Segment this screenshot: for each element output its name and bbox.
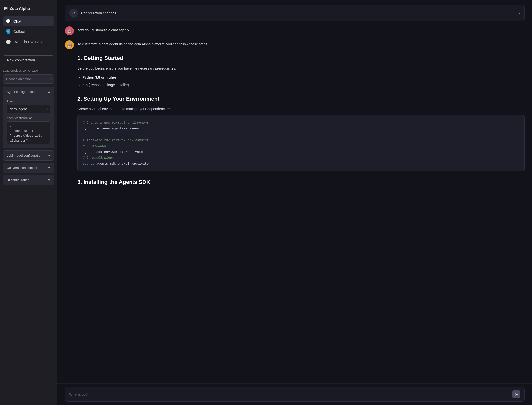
llm-config-accordion: LLM model configuration (3, 150, 54, 161)
bot-message: 🤖 To customize a chat agent using the Ze… (65, 40, 525, 190)
collect-icon: 🪣 (6, 29, 11, 34)
agent-config-title: Agent configuration (7, 90, 35, 94)
chat-input[interactable] (69, 392, 512, 396)
code-line-6: # On macOS/Linux (83, 156, 114, 160)
sidebar-item-chat-label: Chat (13, 19, 21, 23)
code-line-4: # On Windows (83, 144, 106, 148)
agent-config-chevron-icon (48, 90, 50, 94)
chat-icon: 💬 (6, 19, 11, 24)
conversation-chevron-icon: ▾ (519, 11, 520, 15)
agent-select-wrapper: docs_agent ▾ (7, 105, 50, 113)
code-block: # Create a new virtual environment pytho… (77, 115, 525, 171)
code-line-1: # Create a new virtual environment (83, 121, 149, 125)
ragelo-icon: ⚪ (6, 39, 11, 44)
section-heading-2: 2. Setting Up Your Environment (77, 94, 525, 103)
conversation-context-accordion-header[interactable]: Conversation context (3, 163, 54, 173)
sidebar-item-ragelo[interactable]: ⚪ RAGElo Evaluation (3, 37, 54, 47)
conversation-context-chevron-icon (48, 166, 50, 170)
load-previous-select[interactable]: Choose an option (3, 74, 54, 84)
sidebar: ⊞ Zeta Alpha 💬 Chat 🪣 Collect ⚪ RAGElo E… (0, 0, 57, 405)
chat-area: C Configuration changes ▾ 🤖 how do I cus… (57, 0, 532, 383)
section-1-bullets: Python 3.8 or higher pip (Python package… (82, 75, 525, 88)
conversation-avatar: C (69, 9, 78, 18)
section-2-body: Create a virtual environment to manage y… (77, 106, 525, 112)
user-message-content: how do I customize a chat agent? (77, 26, 525, 35)
ui-config-title: UI configuration (7, 178, 29, 182)
agent-config-textarea[interactable]: { "base_url": "https://docs.zeta-alpha.c… (7, 121, 50, 144)
code-line-7: source (83, 162, 94, 166)
send-button[interactable]: ➤ (512, 390, 520, 398)
logo-area: ⊞ Zeta Alpha (3, 4, 54, 16)
chat-input-wrapper: ➤ (65, 387, 525, 402)
code-line-3: # Activate the virtual environment (83, 138, 149, 142)
bot-intro: To customize a chat agent using the Zeta… (77, 41, 525, 47)
section-heading-1: 1. Getting Started (77, 53, 525, 63)
ui-config-accordion-header[interactable]: UI configuration (3, 175, 54, 185)
agent-config-accordion-header[interactable]: Agent configuration (3, 87, 54, 97)
app-title: Zeta Alpha (10, 6, 30, 11)
ui-config-accordion: UI configuration (3, 175, 54, 185)
agent-label: Agent (7, 100, 50, 103)
sidebar-item-ragelo-label: RAGElo Evaluation (13, 40, 45, 44)
new-conversation-button[interactable]: New conversation (3, 55, 54, 65)
sidebar-divider (3, 51, 54, 51)
agent-config-content: Agent docs_agent ▾ Agent configuration {… (3, 97, 54, 148)
section-1-body: Before you begin, ensure you have the ne… (77, 66, 525, 72)
logo-icon: ⊞ (4, 6, 8, 11)
load-previous-wrapper: Choose an option ▾ (3, 74, 54, 84)
user-message: 🤖 how do I customize a chat agent? (65, 26, 525, 35)
llm-config-accordion-header[interactable]: LLM model configuration (3, 151, 54, 160)
agent-config-accordion: Agent configuration Agent docs_agent ▾ A… (3, 87, 54, 148)
bullet-1: Python 3.8 or higher (82, 75, 525, 81)
bot-response: To customize a chat agent using the Zeta… (77, 41, 525, 187)
sidebar-item-chat[interactable]: 💬 Chat (3, 16, 54, 26)
llm-config-title: LLM model configuration (7, 154, 42, 157)
load-previous-label: Load previous conversation (3, 69, 54, 72)
llm-config-chevron-icon (48, 154, 50, 157)
code-line-7b: agents-sdk-env/bin/activate (94, 162, 149, 166)
agent-config-label: Agent configuration (7, 116, 50, 120)
sidebar-item-collect[interactable]: 🪣 Collect (3, 27, 54, 36)
code-line-2: python -m venv agents-sdk-env (83, 127, 139, 130)
user-message-text: how do I customize a chat agent? (77, 27, 525, 33)
bullet-2: pip (Python package installer) (82, 82, 525, 88)
bot-message-content: To customize a chat agent using the Zeta… (77, 40, 525, 190)
ui-config-chevron-icon (48, 178, 50, 182)
chat-input-area: ➤ (57, 383, 532, 405)
main-content: C Configuration changes ▾ 🤖 how do I cus… (57, 0, 532, 405)
section-heading-3: 3. Installing the Agents SDK (77, 177, 525, 187)
bot-avatar: 🤖 (65, 40, 74, 49)
user-avatar: 🤖 (65, 26, 74, 35)
conversation-context-title: Conversation context (7, 166, 37, 170)
conversation-header: C Configuration changes ▾ (65, 5, 525, 21)
conversation-title-wrapper: Configuration changes ▾ (81, 11, 520, 15)
code-line-5: agents-sdk-env\Scripts\activate (83, 150, 143, 154)
agent-select[interactable]: docs_agent (7, 105, 50, 113)
conversation-title: Configuration changes (81, 11, 116, 15)
sidebar-item-collect-label: Collect (13, 29, 25, 34)
conversation-context-accordion: Conversation context (3, 163, 54, 173)
